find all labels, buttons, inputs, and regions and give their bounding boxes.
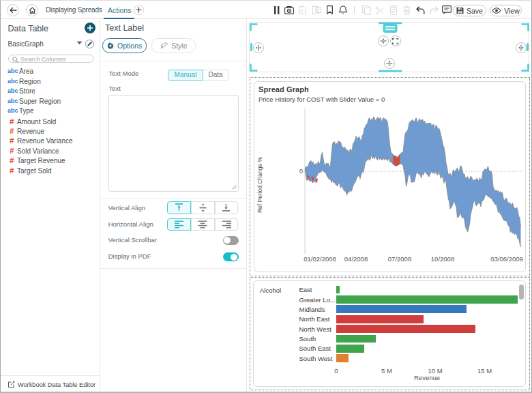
svg-text:0: 0 <box>299 168 303 175</box>
svg-text:07/2008: 07/2008 <box>388 255 411 263</box>
svg-text:Ref Period Change %: Ref Period Change % <box>256 156 263 213</box>
svg-text:03/06/2009: 03/06/2009 <box>490 255 523 263</box>
svg-text:10/2008: 10/2008 <box>431 255 454 263</box>
svg-text:pf: pf <box>300 9 304 13</box>
svg-text:01/02/2008: 01/02/2008 <box>304 255 336 263</box>
svg-text:04/2008: 04/2008 <box>344 255 368 263</box>
